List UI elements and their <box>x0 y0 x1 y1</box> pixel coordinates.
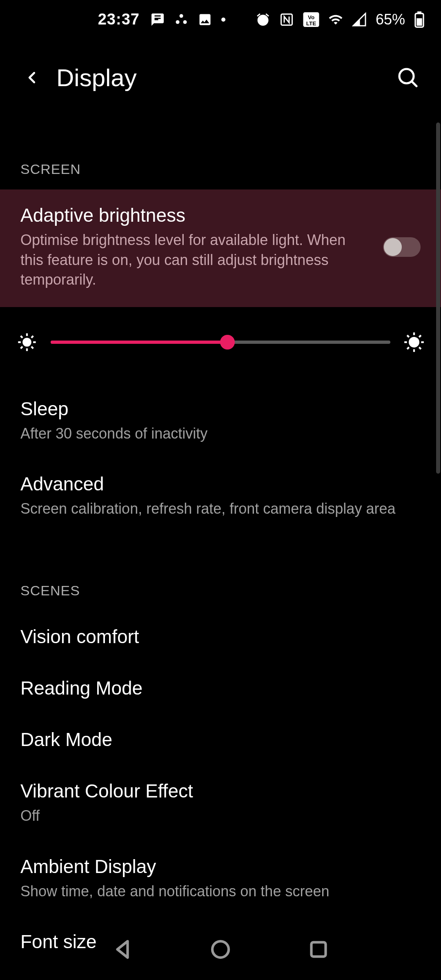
back-button[interactable] <box>20 65 44 90</box>
brightness-slider[interactable] <box>51 335 390 350</box>
svg-line-11 <box>412 81 416 86</box>
sleep-title: Sleep <box>20 398 421 420</box>
ambient-display-title: Ambient Display <box>20 855 421 878</box>
status-bar: 23:37 VoLTE 65% <box>0 0 441 39</box>
section-header-scenes: SCENES <box>0 534 441 611</box>
svg-line-19 <box>21 347 23 349</box>
search-button[interactable] <box>394 64 421 91</box>
svg-point-2 <box>183 20 187 24</box>
nav-recent-button[interactable] <box>306 937 331 962</box>
vibrant-colour-subtitle: Off <box>20 806 421 826</box>
page-title: Display <box>56 64 394 92</box>
advanced-subtitle: Screen calibration, refresh rate, front … <box>20 499 421 519</box>
vision-comfort-title: Vision comfort <box>20 626 421 648</box>
svg-point-21 <box>410 338 419 347</box>
dot-icon <box>221 18 225 22</box>
adaptive-brightness-toggle[interactable] <box>383 237 421 257</box>
wifi-icon <box>328 12 343 27</box>
scrollbar[interactable] <box>436 122 440 474</box>
advanced-row[interactable]: Advanced Screen calibration, refresh rat… <box>0 458 441 534</box>
vibrant-colour-title: Vibrant Colour Effect <box>20 780 421 802</box>
slider-fill <box>51 341 227 344</box>
alarm-icon <box>256 12 270 27</box>
dark-mode-row[interactable]: Dark Mode <box>0 714 441 765</box>
svg-text:LTE: LTE <box>306 20 316 26</box>
section-header-screen: SCREEN <box>0 116 441 189</box>
adaptive-brightness-subtitle: Optimise brightness level for available … <box>20 230 371 290</box>
svg-point-1 <box>176 20 179 24</box>
brightness-high-icon <box>403 332 425 353</box>
svg-line-29 <box>419 335 421 337</box>
battery-percentage: 65% <box>376 11 405 28</box>
nfc-icon <box>279 12 294 27</box>
svg-line-17 <box>21 336 23 338</box>
vibrant-colour-row[interactable]: Vibrant Colour Effect Off <box>0 765 441 841</box>
status-clock: 23:37 <box>98 11 140 28</box>
brightness-slider-row <box>0 307 441 377</box>
nav-home-button[interactable] <box>208 937 233 962</box>
reading-mode-row[interactable]: Reading Mode <box>0 662 441 714</box>
brightness-low-icon <box>16 332 38 353</box>
message-icon <box>150 12 165 27</box>
content: SCREEN Adaptive brightness Optimise brig… <box>0 116 441 967</box>
slider-thumb[interactable] <box>220 335 235 350</box>
sleep-subtitle: After 30 seconds of inactivity <box>20 424 421 444</box>
svg-line-20 <box>31 336 33 338</box>
adaptive-brightness-title: Adaptive brightness <box>20 204 371 226</box>
svg-rect-9 <box>416 18 422 25</box>
svg-text:Vo: Vo <box>308 14 314 20</box>
svg-rect-31 <box>312 942 326 957</box>
nav-back-button[interactable] <box>110 937 135 962</box>
adaptive-brightness-row[interactable]: Adaptive brightness Optimise brightness … <box>0 189 441 307</box>
svg-point-30 <box>212 941 229 958</box>
toggle-knob <box>384 238 402 256</box>
navigation-bar <box>0 919 441 980</box>
svg-point-12 <box>23 339 30 345</box>
volte-icon: VoLTE <box>303 12 319 27</box>
image-icon <box>198 12 212 27</box>
svg-line-28 <box>407 347 409 349</box>
reading-mode-title: Reading Mode <box>20 677 421 699</box>
battery-icon <box>414 11 425 28</box>
app-header: Display <box>0 39 441 116</box>
vision-comfort-row[interactable]: Vision comfort <box>0 611 441 662</box>
svg-point-0 <box>179 14 183 18</box>
advanced-title: Advanced <box>20 473 421 495</box>
sleep-row[interactable]: Sleep After 30 seconds of inactivity <box>0 377 441 459</box>
dark-mode-title: Dark Mode <box>20 728 421 751</box>
ambient-display-subtitle: Show time, date and notifications on the… <box>20 882 421 902</box>
ambient-display-row[interactable]: Ambient Display Show time, date and noti… <box>0 841 441 916</box>
svg-line-18 <box>31 347 33 349</box>
svg-line-26 <box>407 335 409 337</box>
group-icon <box>174 12 189 27</box>
svg-line-27 <box>419 347 421 349</box>
signal-icon <box>352 12 367 27</box>
